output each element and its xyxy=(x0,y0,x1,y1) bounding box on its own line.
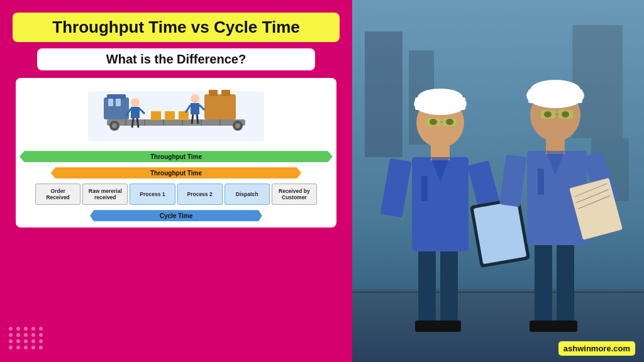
box-process-2: Process 2 xyxy=(177,184,223,205)
svg-rect-60 xyxy=(421,176,428,201)
svg-rect-64 xyxy=(530,321,555,332)
svg-point-77 xyxy=(530,80,580,100)
svg-rect-16 xyxy=(204,94,236,119)
orange-arrow-label: Throughput Time xyxy=(150,170,202,177)
left-panel: Throughput Time vs Cycle Time What is th… xyxy=(0,0,352,362)
green-arrow-label: Throughput Time xyxy=(150,153,202,160)
svg-rect-15 xyxy=(116,99,121,106)
svg-point-22 xyxy=(131,98,140,107)
svg-point-82 xyxy=(562,111,569,118)
svg-rect-18 xyxy=(221,90,230,96)
svg-rect-1 xyxy=(107,119,245,126)
blue-arrow: Cycle Time xyxy=(90,210,262,221)
svg-rect-62 xyxy=(535,239,552,327)
svg-rect-41 xyxy=(418,245,436,327)
svg-rect-37 xyxy=(572,25,623,138)
svg-point-11 xyxy=(235,123,240,128)
green-arrow: Throughput Time xyxy=(19,151,333,162)
svg-point-58 xyxy=(430,119,437,125)
workers-scene xyxy=(352,0,644,362)
svg-point-54 xyxy=(418,89,463,106)
box-received-customer: Received byCustomer xyxy=(272,184,317,205)
throughput-arrow-outer: Throughput Time xyxy=(19,150,333,163)
throughput-arrow-inner: Throughput Time xyxy=(19,166,333,180)
svg-rect-17 xyxy=(209,90,218,96)
svg-rect-65 xyxy=(552,321,577,332)
svg-rect-43 xyxy=(415,321,439,332)
svg-line-32 xyxy=(192,114,193,124)
watermark-text: ashwinmore.com xyxy=(564,344,630,353)
cycle-time-arrow: Cycle Time xyxy=(19,209,333,222)
svg-rect-23 xyxy=(131,107,140,118)
svg-rect-83 xyxy=(538,168,544,195)
box-order-received: OrderReceived xyxy=(35,184,80,205)
svg-point-81 xyxy=(544,111,552,118)
svg-point-28 xyxy=(191,94,199,103)
box-raw-material: Raw mererialreceived xyxy=(82,184,128,205)
main-title: Throughput Time vs Cycle Time xyxy=(23,18,330,37)
svg-line-26 xyxy=(132,118,133,128)
diagram-area: Throughput Time Throughput Time OrderRec… xyxy=(16,78,336,228)
svg-rect-44 xyxy=(437,321,461,332)
svg-point-9 xyxy=(112,123,117,128)
box-dispatch: Dispatch xyxy=(225,184,270,205)
svg-rect-29 xyxy=(191,103,199,114)
title-box: Throughput Time vs Cycle Time xyxy=(13,13,340,42)
box-process-1: Process 1 xyxy=(130,184,175,205)
blue-arrow-label: Cycle Time xyxy=(160,212,193,219)
factory-illustration xyxy=(19,83,333,146)
subtitle-box: What is the Difference? xyxy=(37,48,315,70)
subtitle: What is the Difference? xyxy=(50,52,303,67)
svg-point-59 xyxy=(446,119,453,125)
svg-rect-13 xyxy=(107,94,126,99)
svg-line-33 xyxy=(197,114,198,124)
dot-decoration xyxy=(9,327,44,349)
svg-rect-21 xyxy=(179,111,189,120)
svg-rect-63 xyxy=(557,239,574,327)
svg-rect-42 xyxy=(440,245,458,327)
process-row: OrderReceived Raw mererialreceived Proce… xyxy=(35,184,317,205)
svg-rect-20 xyxy=(165,111,175,120)
orange-arrow: Throughput Time xyxy=(51,167,301,178)
svg-rect-19 xyxy=(151,111,161,120)
watermark: ashwinmore.com xyxy=(558,341,635,356)
right-panel: ashwinmore.com xyxy=(352,0,644,362)
svg-rect-35 xyxy=(365,31,402,157)
svg-line-27 xyxy=(137,118,138,128)
svg-rect-14 xyxy=(108,99,113,106)
